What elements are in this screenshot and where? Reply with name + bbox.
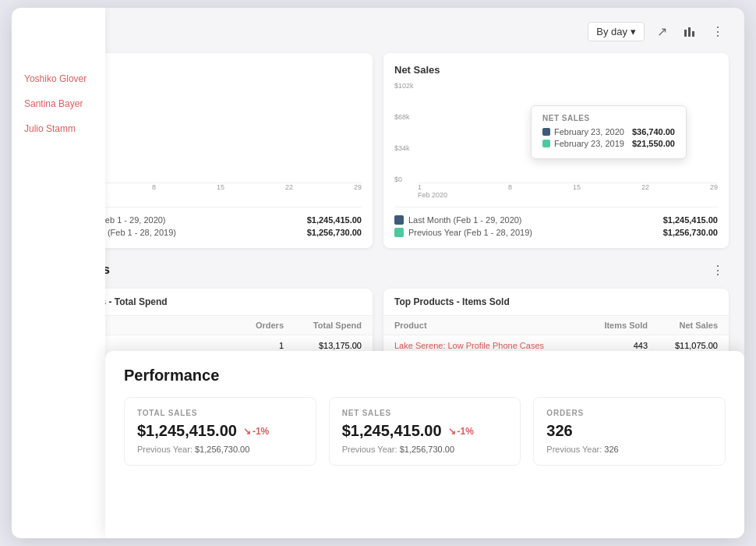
- app-container: Charts By day ▾ ↗ ⋮ Total Sales: [12, 8, 744, 538]
- header-controls: By day ▾ ↗ ⋮: [588, 20, 729, 42]
- products-table-header: Product Items Sold Net Sales: [383, 316, 729, 335]
- net-sales-prev: Previous Year: $1,256,730.00: [342, 445, 508, 454]
- performance-title: Performance: [124, 367, 726, 385]
- page-header: Charts By day ▾ ↗ ⋮: [27, 20, 729, 42]
- svg-rect-1: [688, 27, 691, 37]
- sidebar-links: Yoshiko Glover Santina Bayer Julio Stamm: [12, 67, 105, 140]
- total-sales-value-row: $1,245,415.00 ↘ -1%: [137, 422, 303, 440]
- net-sales-y-labels: $102k $68k $34k $0: [394, 82, 416, 183]
- bar-chart-icon-button[interactable]: [679, 20, 701, 42]
- net-sales-title: Net Sales: [394, 64, 718, 76]
- sidebar-link[interactable]: Yoshiko Glover: [12, 67, 105, 90]
- total-sales-label: TOTAL SALES: [137, 409, 303, 417]
- more-options-button[interactable]: ⋮: [707, 20, 729, 42]
- product-link[interactable]: Lake Serene: Low Profile Phone Cases: [394, 341, 585, 350]
- net-sales-perf-card: NET SALES $1,245,415.00 ↘ -1% Previous Y…: [329, 397, 521, 466]
- orders-value: 326: [546, 422, 572, 440]
- total-sales-perf-card: TOTAL SALES $1,245,415.00 ↘ -1% Previous…: [124, 397, 316, 466]
- orders-prev: Previous Year: 326: [546, 445, 712, 454]
- leaderboards-header: Leaderboards ⋮: [27, 259, 729, 281]
- orders-value-row: 326: [546, 422, 712, 440]
- total-sales-bars: [62, 82, 362, 183]
- net-sales-perf-value: $1,245,415.00: [342, 422, 442, 440]
- charts-row: Total Sales $102k $68k $34k $0 1Feb 2020…: [27, 53, 729, 248]
- svg-rect-2: [692, 31, 694, 37]
- tooltip-row-2: February 23, 2019 $21,550.00: [542, 139, 675, 148]
- tooltip-row-1: February 23, 2020 $36,740.00: [542, 127, 675, 136]
- net-legend-prev-year: Previous Year (Feb 1 - 28, 2019) $1,256,…: [394, 228, 718, 237]
- performance-overlay: Performance TOTAL SALES $1,245,415.00 ↘ …: [105, 351, 744, 538]
- sidebar-panel: Yoshiko Glover Santina Bayer Julio Stamm: [12, 8, 105, 538]
- total-sales-badge: ↘ -1%: [243, 426, 269, 437]
- net-sales-perf-label: NET SALES: [342, 409, 508, 417]
- top-products-title: Top Products - Items Sold: [383, 289, 729, 316]
- sidebar-link[interactable]: Julio Stamm: [12, 117, 105, 140]
- total-sales-value: $1,245,415.00: [137, 422, 237, 440]
- net-legend-last-month: Last Month (Feb 1 - 29, 2020) $1,245,415…: [394, 215, 718, 225]
- net-sales-tooltip: NET SALES February 23, 2020 $36,740.00: [531, 105, 687, 159]
- net-sales-chart: Net Sales $102k $68k $34k $0 1Feb 2020 8…: [383, 53, 729, 248]
- net-sales-legend: Last Month (Feb 1 - 29, 2020) $1,245,415…: [394, 207, 718, 237]
- leaderboards-more-button[interactable]: ⋮: [707, 259, 729, 281]
- orders-perf-card: ORDERS 326 Previous Year: 326: [533, 397, 726, 466]
- net-sales-value-row: $1,245,415.00 ↘ -1%: [342, 422, 508, 440]
- net-sales-badge: ↘ -1%: [448, 426, 474, 437]
- orders-label: ORDERS: [546, 409, 712, 417]
- net-sales-x-labels: 1Feb 2020 8 15 22 29: [418, 183, 718, 199]
- total-sales-prev: Previous Year: $1,256,730.00: [137, 445, 303, 454]
- net-sales-area: $102k $68k $34k $0 1Feb 2020 8 15 22 29: [394, 82, 718, 199]
- by-day-button[interactable]: By day ▾: [588, 22, 645, 41]
- sidebar-link[interactable]: Santina Bayer: [12, 92, 105, 115]
- svg-rect-0: [684, 30, 687, 37]
- performance-cards: TOTAL SALES $1,245,415.00 ↘ -1% Previous…: [124, 397, 726, 466]
- export-icon-button[interactable]: ↗: [651, 20, 673, 42]
- total-sales-x-labels: 1Feb 2020 8 15 22 29: [62, 183, 362, 199]
